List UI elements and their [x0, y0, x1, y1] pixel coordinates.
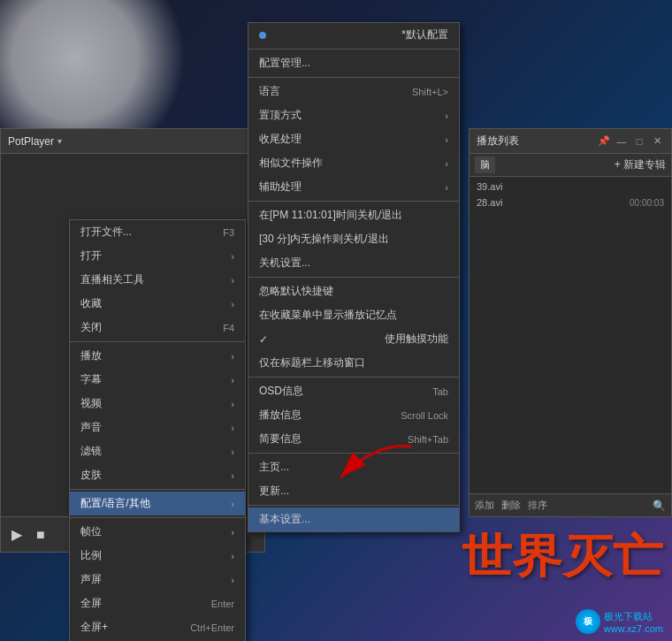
- submenu-sep-4: [248, 277, 459, 278]
- menu-item-close[interactable]: 关闭 F4: [70, 316, 245, 340]
- menu-separator-2: [70, 489, 245, 490]
- submenu-item-tail[interactable]: 收尾处理 ›: [248, 127, 459, 151]
- playlist-title: 播放列表: [477, 134, 519, 149]
- delete-button[interactable]: 删除: [501, 499, 521, 512]
- playlist-header: 播放列表 📌 — □ ✕: [470, 129, 671, 154]
- menu-item-favorites[interactable]: 收藏 ›: [70, 292, 245, 316]
- annotation-arrow: [323, 438, 429, 493]
- playlist-tab-brain[interactable]: 脑: [475, 156, 495, 173]
- add-button[interactable]: 添加: [475, 499, 494, 512]
- playlist-item[interactable]: 28.avi 00:00:03: [470, 195, 671, 210]
- minimize-icon[interactable]: —: [615, 134, 629, 149]
- watermark: 极 极光下载站 www.xz7.com: [576, 609, 663, 634]
- submenu-item-similar-files[interactable]: 相似文件操作 ›: [248, 151, 459, 175]
- submenu-item-default-config[interactable]: *默认配置: [248, 23, 459, 47]
- watermark-text: 极光下载站 www.xz7.com: [604, 610, 663, 634]
- stop-button[interactable]: ■: [33, 525, 49, 545]
- menu-separator-3: [70, 517, 245, 518]
- playlist-window-controls: 📌 — □ ✕: [597, 134, 664, 149]
- context-menu-left: 打开文件... F3 打开 › 直播相关工具 › 收藏 › 关闭 F4 播放 ›…: [69, 219, 246, 641]
- menu-item-audio[interactable]: 声音 ›: [70, 416, 245, 439]
- active-dot: [259, 32, 266, 39]
- playlist-items: 39.avi 28.avi 00:00:03: [470, 177, 671, 212]
- menu-item-open-file[interactable]: 打开文件... F3: [70, 220, 245, 244]
- potplayer-title: PotPlayer ▾: [8, 135, 62, 148]
- watermark-logo: 极: [576, 609, 600, 634]
- submenu-item-shutdown-time[interactable]: 在[PM 11:01:01]时间关机/退出: [248, 203, 459, 227]
- submenu-item-touch[interactable]: ✓ 使用触摸功能: [248, 327, 459, 351]
- pin-icon[interactable]: 📌: [597, 134, 611, 149]
- menu-item-live-tools[interactable]: 直播相关工具 ›: [70, 268, 245, 292]
- submenu-item-playback-info[interactable]: 播放信息 Scroll Lock: [248, 403, 459, 427]
- menu-item-fullscreen-plus[interactable]: 全屏+ Ctrl+Enter: [70, 615, 245, 639]
- menu-item-video[interactable]: 视频 ›: [70, 392, 245, 416]
- submenu-item-show-bookmarks[interactable]: 在收藏菜单中显示播放记忆点: [248, 303, 459, 327]
- menu-item-config[interactable]: 配置/语言/其他 ›: [70, 492, 245, 515]
- search-icon[interactable]: 🔍: [653, 500, 666, 512]
- title-arrow[interactable]: ▾: [57, 136, 62, 146]
- menu-separator: [70, 341, 245, 342]
- menu-item-open[interactable]: 打开 ›: [70, 244, 245, 268]
- calligraphy-overlay: 世界灭亡: [462, 526, 664, 588]
- submenu-item-config-mgr[interactable]: 配置管理...: [248, 51, 459, 75]
- menu-item-play[interactable]: 播放 ›: [70, 344, 245, 368]
- submenu-item-titlebar-move[interactable]: 仅在标题栏上移动窗口: [248, 351, 459, 375]
- potplayer-header: PotPlayer ▾: [1, 129, 264, 154]
- close-icon[interactable]: ✕: [650, 134, 664, 149]
- menu-item-fullscreen[interactable]: 全屏 Enter: [70, 591, 245, 615]
- submenu-sep-1: [248, 49, 459, 50]
- playlist-toolbar: 脑 + 新建专辑: [470, 154, 671, 177]
- submenu-sep-7: [248, 505, 459, 506]
- submenu-item-shutdown-settings[interactable]: 关机设置...: [248, 251, 459, 275]
- submenu-item-shutdown-idle[interactable]: [30 分]内无操作则关机/退出: [248, 227, 459, 251]
- menu-item-skin[interactable]: 皮肤 ›: [70, 463, 245, 487]
- submenu-item-osd[interactable]: OSD信息 Tab: [248, 379, 459, 403]
- playlist-panel: 播放列表 📌 — □ ✕ 脑 + 新建专辑 39.avi 28.avi 00:0…: [469, 128, 672, 517]
- menu-item-frame[interactable]: 帧位 ›: [70, 520, 245, 544]
- submenu-item-ignore-hotkeys[interactable]: 忽略默认快捷键: [248, 279, 459, 303]
- submenu-item-basic-settings[interactable]: 基本设置...: [248, 507, 459, 531]
- menu-item-ratio[interactable]: 比例 ›: [70, 544, 245, 568]
- playlist-bottom-bar: 添加 删除 排序 🔍: [470, 493, 671, 516]
- submenu-item-language[interactable]: 语言 Shift+L>: [248, 80, 459, 103]
- submenu-sep-5: [248, 377, 459, 378]
- menu-item-screen[interactable]: 声屏 ›: [70, 568, 245, 591]
- menu-item-filter[interactable]: 滤镜 ›: [70, 439, 245, 463]
- new-album-button[interactable]: + 新建专辑: [615, 157, 666, 172]
- menu-item-subtitle[interactable]: 字幕 ›: [70, 368, 245, 392]
- submenu-item-assist[interactable]: 辅助处理 ›: [248, 175, 459, 199]
- playlist-item[interactable]: 39.avi: [470, 179, 671, 195]
- play-button[interactable]: ▶: [8, 524, 26, 545]
- maximize-icon[interactable]: □: [632, 134, 646, 149]
- submenu-sep-3: [248, 201, 459, 202]
- submenu-sep-2: [248, 77, 459, 78]
- sort-button[interactable]: 排序: [528, 499, 547, 512]
- submenu-item-ontop[interactable]: 置顶方式 ›: [248, 103, 459, 127]
